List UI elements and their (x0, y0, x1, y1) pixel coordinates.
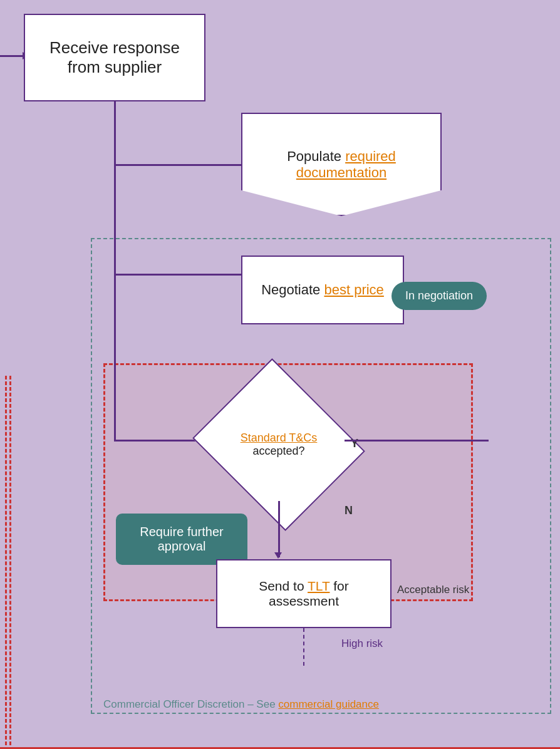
tlt-link[interactable]: TLT (308, 579, 329, 593)
tandc-link[interactable]: Standard T&Cs (241, 431, 318, 444)
line-v2 (114, 164, 116, 274)
box-negotiate: Negotiate best price (241, 256, 404, 324)
badge-negotiation: In negotiation (391, 282, 487, 310)
badge-approval: Require further approval (116, 514, 247, 565)
box-negotiate-text: Negotiate best price (261, 282, 384, 298)
line-v3 (114, 274, 116, 440)
bottom-red-bar (0, 743, 560, 749)
box-receive-label: Receive response from supplier (31, 38, 198, 77)
line-h2 (114, 274, 252, 276)
line-v1 (114, 101, 116, 164)
line-n (278, 501, 280, 557)
box-tlt: Send to TLT for assessment (216, 559, 391, 628)
commercial-guidance-link[interactable]: commercial guidance (278, 698, 379, 710)
diamond-container: Standard T&Cs accepted? (213, 388, 345, 501)
arrow-n (274, 552, 282, 559)
flowchart: Receive response from supplier Populate … (0, 0, 560, 749)
box-tlt-text: Send to TLT for assessment (225, 579, 383, 609)
negotiate-link[interactable]: best price (324, 282, 383, 297)
label-high-risk: High risk (341, 638, 383, 650)
label-n: N (345, 504, 353, 517)
line-y-right (345, 440, 489, 442)
line-tlt-down (303, 628, 305, 666)
box-receive: Receive response from supplier (24, 14, 205, 101)
entry-arrow (0, 55, 25, 57)
box-populate: Populate required documentation (241, 113, 442, 216)
line-h1 (114, 164, 252, 166)
left-red-bar (5, 376, 11, 745)
label-acceptable: Acceptable risk (397, 584, 469, 596)
box-populate-text: Populate required documentation (252, 148, 431, 181)
diamond-text: Standard T&Cs accepted? (213, 388, 345, 501)
commercial-footer: Commercial Officer Discretion – See comm… (103, 698, 379, 711)
